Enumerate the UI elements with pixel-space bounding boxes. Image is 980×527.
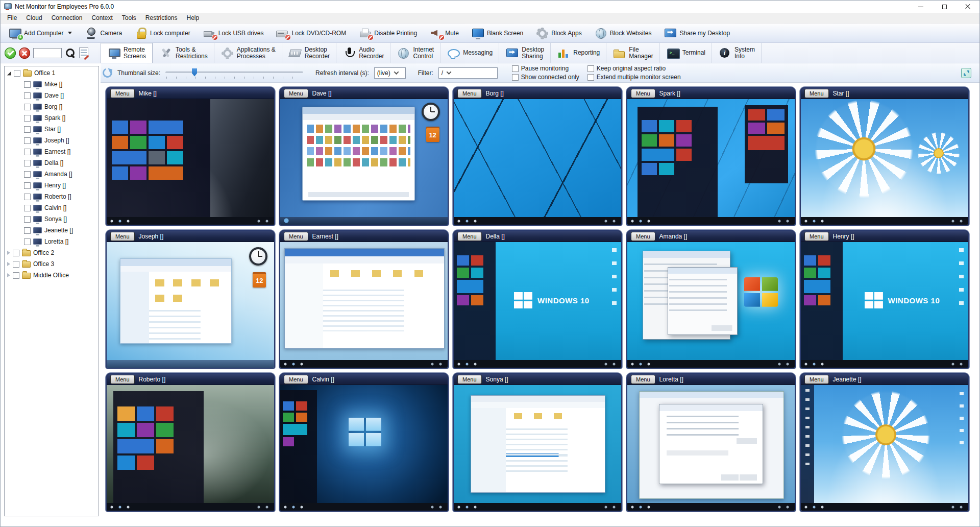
remote-screen-thumbnail[interactable]: WINDOWS 10	[454, 242, 621, 368]
tile-menu-button[interactable]: Menu	[804, 232, 829, 241]
tile-menu-button[interactable]: Menu	[457, 232, 482, 241]
tree-item-jeanette[interactable]: Jeanette []	[5, 225, 99, 236]
tree-item-roberto[interactable]: Roberto []	[5, 191, 99, 202]
tab-reporting[interactable]: Reporting	[550, 43, 606, 63]
refresh-icon[interactable]	[101, 66, 113, 79]
pause-monitoring-checkbox[interactable]: Pause monitoring	[512, 65, 579, 72]
tree-item-mike[interactable]: Mike []	[5, 79, 99, 90]
tree-checkbox[interactable]	[24, 115, 31, 122]
tree-collapsed-icon[interactable]	[7, 251, 10, 255]
slider-thumb[interactable]	[192, 68, 197, 77]
tree-item-star[interactable]: Star []	[5, 124, 99, 135]
remote-screen-thumbnail[interactable]	[280, 385, 448, 511]
tab-desktop-recorder[interactable]: DesktopRecorder	[282, 43, 336, 63]
computer-search-input[interactable]	[33, 48, 62, 58]
tree-checkbox[interactable]	[14, 70, 20, 77]
tree-item-della[interactable]: Della []	[5, 157, 99, 169]
tile-menu-button[interactable]: Menu	[457, 375, 482, 384]
expand-view-button[interactable]	[961, 68, 971, 78]
checkbox[interactable]	[512, 65, 519, 72]
tree-item-calvin[interactable]: Calvin []	[5, 202, 99, 213]
tree-checkbox[interactable]	[13, 272, 19, 279]
remote-screen-thumbnail[interactable]	[454, 99, 621, 225]
checkbox[interactable]	[587, 74, 594, 81]
tree-item-loretta[interactable]: Loretta []	[5, 236, 99, 247]
remote-screen-thumbnail[interactable]	[280, 242, 448, 368]
tree-checkbox[interactable]	[24, 182, 31, 189]
search-icon[interactable]	[65, 47, 76, 59]
tree-checkbox[interactable]	[24, 216, 31, 223]
remote-screen-thumbnail[interactable]	[454, 385, 621, 511]
menu-context[interactable]: Context	[87, 13, 117, 22]
menu-connection[interactable]: Connection	[47, 13, 87, 22]
tile-menu-button[interactable]: Menu	[804, 375, 829, 384]
tab-messaging[interactable]: Messaging	[440, 43, 499, 63]
tab-applications-processes[interactable]: Applications &Processes	[214, 43, 282, 63]
tree-item-earnest[interactable]: Earnest []	[5, 146, 99, 157]
checkbox[interactable]	[587, 65, 594, 72]
menu-restrictions[interactable]: Restrictions	[141, 13, 182, 22]
keep-aspect-ratio-checkbox[interactable]: Keep original aspect ratio	[587, 65, 681, 72]
menu-help[interactable]: Help	[182, 13, 204, 22]
tree-checkbox[interactable]	[24, 149, 31, 155]
remote-screen-thumbnail[interactable]	[627, 99, 795, 225]
tree-group-middle-office[interactable]: Middle Office	[5, 270, 99, 281]
refresh-interval-select[interactable]: (live)	[374, 67, 406, 79]
tree-item-joseph[interactable]: Joseph []	[5, 135, 99, 146]
tree-item-borg[interactable]: Borg []	[5, 101, 99, 112]
tree-item-spark[interactable]: Spark []	[5, 112, 99, 124]
remote-screen-thumbnail[interactable]	[801, 385, 968, 511]
tab-file-manager[interactable]: FileManager	[606, 43, 659, 63]
tree-checkbox[interactable]	[24, 126, 31, 133]
lock-dvd-button[interactable]: Lock DVD/CD-ROM	[270, 25, 352, 41]
tree-checkbox[interactable]	[13, 261, 19, 268]
show-connected-only-checkbox[interactable]: Show connected only	[512, 74, 579, 81]
tile-menu-button[interactable]: Menu	[457, 89, 482, 98]
tree-checkbox[interactable]	[24, 227, 31, 234]
tree-group-office2[interactable]: Office 2	[5, 247, 99, 258]
tree-item-amanda[interactable]: Amanda []	[5, 169, 99, 180]
tree-item-henry[interactable]: Henry []	[5, 180, 99, 191]
tab-internet-control[interactable]: InternetControl	[390, 43, 440, 63]
block-apps-button[interactable]: Block Apps	[530, 25, 587, 41]
share-desktop-button[interactable]: Share my Desktop	[658, 25, 736, 41]
tree-collapsed-icon[interactable]	[7, 273, 10, 277]
tile-menu-button[interactable]: Menu	[110, 232, 135, 241]
tree-checkbox[interactable]	[24, 171, 31, 178]
filter-select[interactable]: /	[438, 67, 498, 79]
tab-tools-restrictions[interactable]: Tools &Restrictions	[153, 43, 214, 63]
remote-screen-thumbnail[interactable]	[801, 99, 968, 225]
tab-terminal[interactable]: Terminal	[659, 43, 712, 63]
remote-screen-thumbnail[interactable]	[627, 385, 795, 511]
tree-collapsed-icon[interactable]	[7, 262, 10, 266]
close-button[interactable]	[956, 1, 979, 13]
minimize-button[interactable]	[909, 1, 933, 13]
menu-tools[interactable]: Tools	[117, 13, 141, 22]
remote-screen-thumbnail[interactable]: WINDOWS 10	[801, 242, 968, 368]
tree-checkbox[interactable]	[24, 194, 31, 200]
lock-computer-button[interactable]: Lock computer	[129, 25, 196, 41]
extend-multi-monitor-checkbox[interactable]: Extend multiple monitor screen	[587, 74, 681, 81]
log-notes-icon[interactable]	[79, 47, 88, 58]
tile-menu-button[interactable]: Menu	[284, 232, 308, 241]
mute-button[interactable]: Mute	[424, 25, 464, 41]
menu-file[interactable]: File	[3, 13, 21, 22]
disable-printing-button[interactable]: Disable Printing	[353, 25, 423, 41]
tree-checkbox[interactable]	[24, 92, 31, 99]
disconnect-button[interactable]	[19, 47, 30, 59]
add-computer-button[interactable]: Add Computer	[3, 25, 78, 41]
remote-screen-thumbnail[interactable]	[627, 242, 795, 368]
maximize-button[interactable]	[933, 1, 956, 13]
remote-screen-thumbnail[interactable]: 12	[280, 99, 448, 225]
blank-screen-button[interactable]: Blank Screen	[465, 25, 529, 41]
tree-expanded-icon[interactable]	[7, 71, 11, 76]
remote-screen-thumbnail[interactable]: 12	[107, 242, 274, 368]
camera-button[interactable]: Camera	[79, 25, 128, 41]
tree-checkbox[interactable]	[24, 205, 31, 211]
tree-group-office3[interactable]: Office 3	[5, 258, 99, 270]
tree-group-office1[interactable]: Office 1	[5, 67, 99, 79]
dropdown-caret-icon[interactable]	[68, 32, 72, 34]
checkbox[interactable]	[512, 74, 519, 81]
lock-usb-button[interactable]: Lock USB drives	[197, 25, 270, 41]
tree-checkbox[interactable]	[24, 137, 31, 144]
